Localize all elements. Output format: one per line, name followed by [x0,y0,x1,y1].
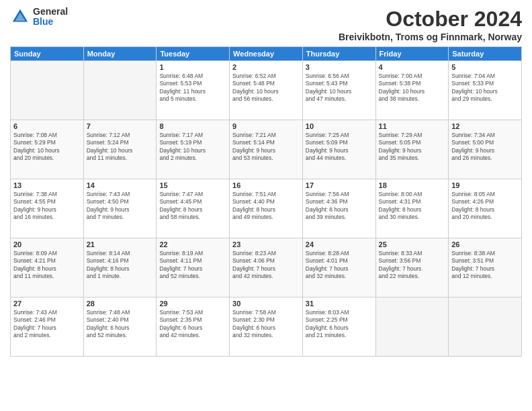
table-row: 12Sunrise: 7:34 AM Sunset: 5:00 PM Dayli… [449,120,522,179]
day-number: 5 [451,63,519,71]
table-row [449,298,522,357]
table-row: 15Sunrise: 7:47 AM Sunset: 4:45 PM Dayli… [157,179,230,238]
month-title: October 2024 [339,7,522,32]
day-number: 17 [306,181,373,189]
day-info: Sunrise: 8:33 AM Sunset: 3:56 PM Dayligh… [379,250,446,281]
table-row [375,298,449,357]
day-info: Sunrise: 6:48 AM Sunset: 5:53 PM Dayligh… [159,73,226,103]
day-info: Sunrise: 7:25 AM Sunset: 5:09 PM Dayligh… [306,132,373,163]
table-row: 8Sunrise: 7:17 AM Sunset: 5:19 PM Daylig… [157,120,230,179]
table-row: 7Sunrise: 7:12 AM Sunset: 5:24 PM Daylig… [83,120,157,179]
day-info: Sunrise: 7:48 AM Sunset: 2:40 PM Dayligh… [87,309,154,340]
table-row: 10Sunrise: 7:25 AM Sunset: 5:09 PM Dayli… [302,120,375,179]
col-saturday: Saturday [449,47,522,61]
day-number: 27 [13,300,81,308]
day-info: Sunrise: 7:58 AM Sunset: 2:30 PM Dayligh… [232,309,300,340]
calendar-week-row: 27Sunrise: 7:43 AM Sunset: 2:46 PM Dayli… [11,298,522,357]
col-wednesday: Wednesday [230,47,303,61]
calendar-week-row: 20Sunrise: 8:09 AM Sunset: 4:21 PM Dayli… [11,238,522,298]
day-number: 2 [232,63,300,71]
title-block: October 2024 Breivikbotn, Troms og Finnm… [339,7,522,42]
calendar-week-row: 13Sunrise: 7:38 AM Sunset: 4:55 PM Dayli… [11,179,522,238]
day-number: 1 [159,63,226,71]
table-row: 5Sunrise: 7:04 AM Sunset: 5:33 PM Daylig… [449,61,522,120]
day-number: 31 [306,300,373,308]
day-number: 8 [159,122,226,130]
day-info: Sunrise: 8:28 AM Sunset: 4:01 PM Dayligh… [306,250,373,281]
day-number: 13 [13,181,81,189]
day-info: Sunrise: 8:00 AM Sunset: 4:31 PM Dayligh… [379,191,446,222]
day-info: Sunrise: 7:00 AM Sunset: 5:38 PM Dayligh… [379,73,446,103]
day-info: Sunrise: 7:43 AM Sunset: 4:50 PM Dayligh… [87,191,154,222]
day-number: 3 [306,63,373,71]
day-info: Sunrise: 7:47 AM Sunset: 4:45 PM Dayligh… [159,191,226,222]
table-row: 13Sunrise: 7:38 AM Sunset: 4:55 PM Dayli… [11,179,84,238]
day-number: 22 [159,240,226,248]
table-row: 31Sunrise: 8:03 AM Sunset: 2:25 PM Dayli… [302,298,375,357]
table-row: 1Sunrise: 6:48 AM Sunset: 5:53 PM Daylig… [157,61,230,120]
logo-general: General [33,7,68,17]
col-friday: Friday [375,47,449,61]
calendar-week-row: 1Sunrise: 6:48 AM Sunset: 5:53 PM Daylig… [11,61,522,120]
table-row: 23Sunrise: 8:23 AM Sunset: 4:06 PM Dayli… [230,238,303,298]
day-info: Sunrise: 7:56 AM Sunset: 4:36 PM Dayligh… [306,191,373,222]
table-row: 9Sunrise: 7:21 AM Sunset: 5:14 PM Daylig… [230,120,303,179]
col-thursday: Thursday [302,47,375,61]
table-row [83,61,157,120]
table-row: 30Sunrise: 7:58 AM Sunset: 2:30 PM Dayli… [230,298,303,357]
day-number: 10 [306,122,373,130]
day-info: Sunrise: 7:17 AM Sunset: 5:19 PM Dayligh… [159,132,226,163]
logo: General Blue [10,7,68,28]
table-row: 4Sunrise: 7:00 AM Sunset: 5:38 PM Daylig… [375,61,449,120]
calendar-week-row: 6Sunrise: 7:08 AM Sunset: 5:29 PM Daylig… [11,120,522,179]
table-row: 24Sunrise: 8:28 AM Sunset: 4:01 PM Dayli… [302,238,375,298]
day-number: 24 [306,240,373,248]
day-info: Sunrise: 7:08 AM Sunset: 5:29 PM Dayligh… [13,132,81,163]
day-info: Sunrise: 7:29 AM Sunset: 5:05 PM Dayligh… [379,132,446,163]
table-row: 28Sunrise: 7:48 AM Sunset: 2:40 PM Dayli… [83,298,157,357]
table-row: 19Sunrise: 8:05 AM Sunset: 4:26 PM Dayli… [449,179,522,238]
table-row: 17Sunrise: 7:56 AM Sunset: 4:36 PM Dayli… [302,179,375,238]
day-number: 9 [232,122,300,130]
calendar-page: General Blue October 2024 Breivikbotn, T… [0,0,532,411]
day-info: Sunrise: 8:38 AM Sunset: 3:51 PM Dayligh… [451,250,519,281]
day-info: Sunrise: 8:09 AM Sunset: 4:21 PM Dayligh… [13,250,81,281]
day-number: 21 [87,240,154,248]
day-info: Sunrise: 7:51 AM Sunset: 4:40 PM Dayligh… [232,191,300,222]
logo-icon [10,7,30,27]
day-number: 20 [13,240,81,248]
day-info: Sunrise: 7:34 AM Sunset: 5:00 PM Dayligh… [451,132,519,163]
calendar-table: Sunday Monday Tuesday Wednesday Thursday… [10,46,522,357]
day-number: 18 [379,181,446,189]
table-row: 21Sunrise: 8:14 AM Sunset: 4:16 PM Dayli… [83,238,157,298]
day-info: Sunrise: 8:23 AM Sunset: 4:06 PM Dayligh… [232,250,300,281]
day-info: Sunrise: 6:56 AM Sunset: 5:43 PM Dayligh… [306,73,373,103]
col-sunday: Sunday [11,47,84,61]
table-row: 2Sunrise: 6:52 AM Sunset: 5:48 PM Daylig… [230,61,303,120]
day-number: 15 [159,181,226,189]
day-info: Sunrise: 8:14 AM Sunset: 4:16 PM Dayligh… [87,250,154,281]
day-number: 30 [232,300,300,308]
day-number: 14 [87,181,154,189]
day-info: Sunrise: 7:12 AM Sunset: 5:24 PM Dayligh… [87,132,154,163]
location-title: Breivikbotn, Troms og Finnmark, Norway [339,32,522,42]
day-number: 11 [379,122,446,130]
day-info: Sunrise: 7:53 AM Sunset: 2:35 PM Dayligh… [159,309,226,340]
table-row: 11Sunrise: 7:29 AM Sunset: 5:05 PM Dayli… [375,120,449,179]
day-info: Sunrise: 8:03 AM Sunset: 2:25 PM Dayligh… [306,309,373,340]
day-number: 7 [87,122,154,130]
table-row: 6Sunrise: 7:08 AM Sunset: 5:29 PM Daylig… [11,120,84,179]
day-number: 4 [379,63,446,71]
day-number: 16 [232,181,300,189]
table-row: 25Sunrise: 8:33 AM Sunset: 3:56 PM Dayli… [375,238,449,298]
day-info: Sunrise: 7:38 AM Sunset: 4:55 PM Dayligh… [13,191,81,222]
day-number: 26 [451,240,519,248]
day-number: 19 [451,181,519,189]
day-info: Sunrise: 7:21 AM Sunset: 5:14 PM Dayligh… [232,132,300,163]
logo-text: General Blue [33,7,68,28]
table-row: 29Sunrise: 7:53 AM Sunset: 2:35 PM Dayli… [157,298,230,357]
table-row: 20Sunrise: 8:09 AM Sunset: 4:21 PM Dayli… [11,238,84,298]
table-row: 27Sunrise: 7:43 AM Sunset: 2:46 PM Dayli… [11,298,84,357]
table-row: 22Sunrise: 8:19 AM Sunset: 4:11 PM Dayli… [157,238,230,298]
table-row: 14Sunrise: 7:43 AM Sunset: 4:50 PM Dayli… [83,179,157,238]
